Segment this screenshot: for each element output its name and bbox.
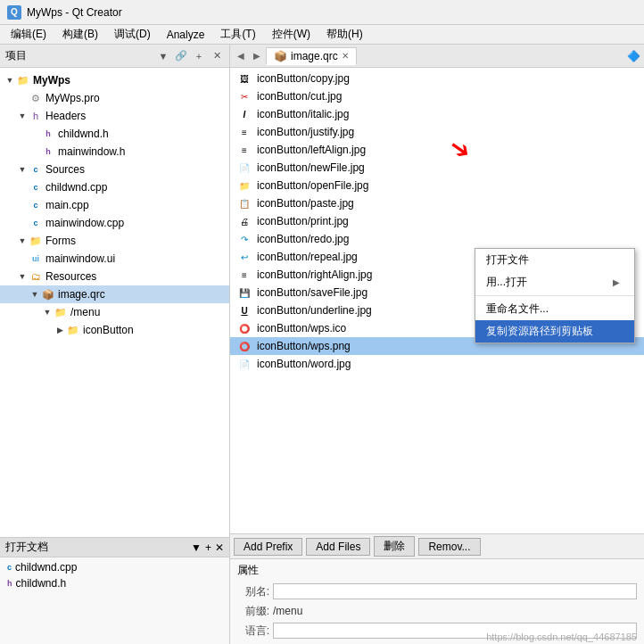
folder-icon-headers: h [29,109,43,123]
context-menu-item-open[interactable]: 打开文件 [475,249,634,271]
menu-tools[interactable]: 工具(T) [213,25,262,44]
app-icon: Q [7,5,21,20]
prop-input-alias[interactable] [273,583,637,599]
tree-item-childwnd-cpp[interactable]: c childwnd.cpp [0,178,229,196]
context-menu-label-openwith: 用...打开 [486,275,527,290]
btn-remove[interactable]: Remov... [418,538,480,556]
file-icon-14: ⭕ [237,321,252,335]
menu-analyze[interactable]: Analyze [160,27,212,43]
menu-controls[interactable]: 控件(W) [265,25,318,44]
label-mainwindow-cpp: mainwindow.cpp [45,217,124,229]
file-row-16[interactable]: 📄 iconButton/word.jpg [230,355,644,373]
tree-item-sources[interactable]: ▼ c Sources [0,161,229,178]
label-mainwindow-h: mainwindow.h [58,145,125,158]
label-childwnd-cpp: childwnd.cpp [45,181,107,194]
arrow-mainwindow-h [29,145,41,158]
file-name-8: iconButton/print.jpg [257,215,349,227]
file-icon-2: I [237,107,252,121]
file-name-1: iconButton/cut.jpg [257,90,342,103]
panel-new-icon[interactable]: + [192,49,206,63]
menu-help[interactable]: 帮助(H) [319,25,370,44]
tree-item-main-cpp[interactable]: c main.cpp [0,196,229,214]
file-icon-mainwindow-ui: ui [29,252,43,266]
file-name-15: iconButton/wps.png [257,340,351,352]
tab-nav-left[interactable]: ◀ [234,49,248,62]
file-row-4[interactable]: ≡ iconButton/leftAlign.jpg [230,141,644,159]
btn-add-files[interactable]: Add Files [306,538,370,556]
file-name-7: iconButton/paste.jpg [257,197,354,210]
folder-icon-sources: c [29,162,43,177]
label-mywps-pro: MyWps.pro [45,92,100,104]
prop-label-lang: 语言: [237,623,269,639]
file-row-9[interactable]: ↷ iconButton/redo.jpg [230,230,644,248]
bottom-left-panel: 打开文档 ▼ + ✕ c childwnd.cpp h childwnd.h [0,537,229,644]
arrow-menu: ▼ [41,306,54,318]
file-name-3: iconButton/justify.jpg [257,126,354,138]
tree-item-image-qrc[interactable]: ▼ 📦 image.qrc [0,285,229,303]
panel-close-icon[interactable]: ✕ [210,49,224,63]
arrow-mywps: ▼ [4,74,16,87]
bottom-panel-close-icon[interactable]: ✕ [215,541,224,554]
tree-item-resources[interactable]: ▼ 🗂 Resources [0,268,229,285]
bottom-list-item-1[interactable]: h childwnd.h [4,575,226,591]
menu-debug[interactable]: 调试(D) [107,25,158,44]
bottom-list-item-0[interactable]: c childwnd.cpp [4,559,226,575]
bottom-panel-header: 打开文档 ▼ + ✕ [0,538,229,557]
file-row-0[interactable]: 🖼 iconButton/copy.jpg [230,70,644,87]
context-menu: 打开文件 用...打开 ▶ 重命名文件... 复制资源路径到剪贴板 [475,248,635,343]
btn-add-prefix[interactable]: Add Prefix [234,538,302,556]
context-menu-item-openwith[interactable]: 用...打开 ▶ [475,271,634,293]
panel-link-icon[interactable]: 🔗 [174,49,188,63]
file-icon-4: ≡ [237,143,252,157]
file-icon-12: 💾 [237,285,252,300]
tab-image-qrc[interactable]: 📦 image.qrc ✕ [266,47,357,65]
file-row-5[interactable]: 📄 iconButton/newFile.jpg [230,159,644,177]
file-icon-7: 📋 [237,196,252,211]
tree-item-mainwindow-h[interactable]: h mainwindow.h [0,143,229,161]
file-row-3[interactable]: ≡ iconButton/justify.jpg [230,123,644,141]
toolbar-area: Add Prefix Add Files 删除 Remov... [230,533,644,558]
tree-item-mainwindow-cpp[interactable]: c mainwindow.cpp [0,214,229,232]
context-menu-item-rename[interactable]: 重命名文件... [475,298,634,320]
bottom-item-label-1: childwnd.h [16,577,67,590]
file-row-2[interactable]: I iconButton/italic.jpg [230,105,644,123]
tab-nav-right[interactable]: ▶ [250,49,264,62]
label-mywps: MyWps [33,74,70,87]
file-row-6[interactable]: 📁 iconButton/openFile.jpg [230,177,644,194]
context-menu-item-copy-path[interactable]: 复制资源路径到剪贴板 [475,320,634,343]
file-name-16: iconButton/word.jpg [257,358,351,370]
left-panel: 项目 ▼ 🔗 + ✕ ▼ 📁 MyWps ⚙ MyWps.pro [0,45,230,644]
file-row-1[interactable]: ✂ iconButton/cut.jpg [230,87,644,105]
tree-item-menu[interactable]: ▼ 📁 /menu [0,303,229,321]
bottom-panel-new-icon[interactable]: + [205,541,211,554]
file-icon-main-cpp: c [29,198,43,212]
title-bar: Q MyWps - Qt Creator [0,0,644,25]
tab-close-btn[interactable]: ✕ [342,51,349,61]
bottom-item-label-0: childwnd.cpp [15,561,77,574]
label-main-cpp: main.cpp [45,199,89,211]
tree-item-childwnd-h[interactable]: h childwnd.h [0,125,229,143]
bottom-panel-icon[interactable]: ▼ [191,541,202,554]
tree-item-iconbutton[interactable]: ▶ 📁 iconButton [0,321,229,339]
tree-item-headers[interactable]: ▼ h Headers [0,107,229,125]
panel-header: 项目 ▼ 🔗 + ✕ [0,45,229,68]
menu-edit[interactable]: 编辑(E) [4,25,54,44]
btn-delete[interactable]: 删除 [374,536,415,557]
tree-item-mywps[interactable]: ▼ 📁 MyWps [0,71,229,89]
folder-icon-resources: 🗂 [29,269,43,284]
title-text: MyWps - Qt Creator [27,6,122,19]
folder-icon-forms: 📁 [29,234,43,248]
tree-item-forms[interactable]: ▼ 📁 Forms [0,232,229,250]
file-name-14: iconButton/wps.ico [257,322,346,334]
project-tree: ▼ 📁 MyWps ⚙ MyWps.pro ▼ h Headers [0,68,229,537]
arrow-iconbutton: ▶ [54,324,66,336]
tree-item-mywps-pro[interactable]: ⚙ MyWps.pro [0,89,229,107]
file-row-8[interactable]: 🖨 iconButton/print.jpg [230,212,644,230]
panel-filter-icon[interactable]: ▼ [156,49,170,63]
tree-item-mainwindow-ui[interactable]: ui mainwindow.ui [0,250,229,268]
label-headers: Headers [45,110,86,122]
menu-build[interactable]: 构建(B) [55,25,105,44]
file-row-7[interactable]: 📋 iconButton/paste.jpg [230,194,644,212]
label-sources: Sources [45,163,85,176]
file-name-5: iconButton/newFile.jpg [257,161,365,174]
